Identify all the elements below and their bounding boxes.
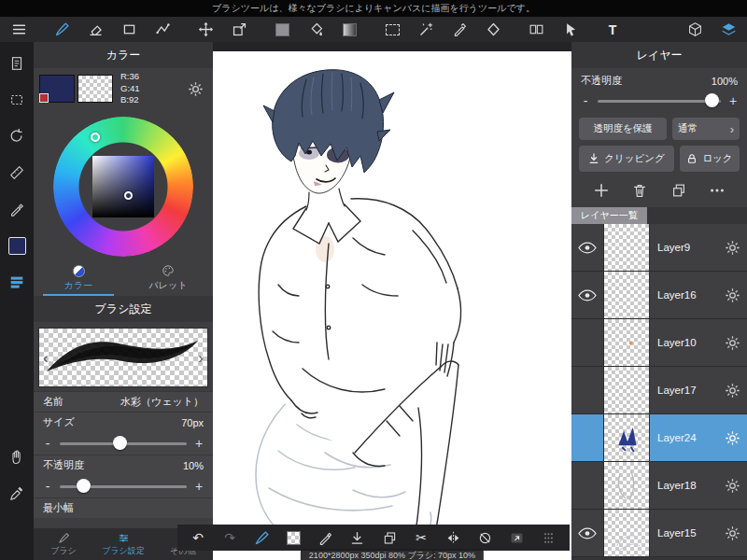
menu-icon[interactable] [7, 19, 30, 40]
layers-panel-icon[interactable] [717, 19, 740, 40]
brush-size-slider[interactable] [60, 442, 187, 445]
delete-layer-icon[interactable] [628, 180, 651, 201]
materials-icon[interactable] [6, 272, 28, 292]
layer-opacity-plus[interactable]: + [728, 94, 738, 107]
layer-gear-icon[interactable] [717, 462, 747, 509]
tab-palette[interactable]: パレット [123, 260, 213, 296]
gradient-tool-icon[interactable] [338, 19, 360, 40]
layer-gear-icon[interactable] [717, 510, 747, 556]
layer-more-icon[interactable] [706, 180, 728, 201]
tab-brush[interactable]: ブラシ [34, 528, 93, 560]
marquee-icon[interactable] [6, 90, 28, 110]
opacity-plus-button[interactable]: + [194, 480, 204, 493]
primary-color-swatch[interactable] [39, 75, 75, 103]
visibility-eye-slot[interactable] [571, 414, 603, 461]
color-settings-gear-icon[interactable] [183, 77, 207, 101]
sv-indicator[interactable] [124, 191, 133, 200]
material-3d-icon[interactable] [684, 19, 706, 40]
layer-row[interactable]: Layer10 [571, 319, 747, 367]
pen-icon[interactable] [315, 526, 337, 549]
page-icon[interactable] [6, 53, 28, 74]
material-panel-icon[interactable] [506, 526, 529, 549]
canvas[interactable] [213, 51, 571, 560]
layer-thumbnail[interactable] [603, 319, 650, 366]
redo-icon[interactable]: ↷ [218, 526, 241, 549]
text-tool-icon[interactable]: T [601, 19, 624, 40]
eraser-tool-icon[interactable] [84, 19, 106, 40]
select-tool-icon[interactable] [381, 19, 403, 40]
flip-icon[interactable] [442, 526, 464, 549]
rotate-reset-icon[interactable] [474, 526, 497, 549]
layer-opacity-knob[interactable] [705, 93, 719, 107]
save-icon[interactable] [346, 526, 369, 549]
layer-thumbnail[interactable] [603, 367, 650, 413]
undo-icon[interactable]: ↶ [187, 526, 209, 549]
min-width-row[interactable]: 最小幅 [34, 497, 213, 518]
clipping-button[interactable]: クリッピング [579, 146, 674, 172]
layer-gear-icon[interactable] [717, 224, 747, 271]
layer-thumbnail[interactable] [603, 272, 650, 318]
layer-gear-icon[interactable] [717, 367, 747, 413]
layer-gear-icon[interactable] [717, 319, 747, 366]
transparent-color-swatch[interactable] [78, 75, 113, 103]
hue-indicator[interactable] [91, 133, 100, 142]
duplicate-layer-icon[interactable] [668, 180, 690, 201]
current-color-swatch[interactable] [6, 235, 28, 256]
select-pen-icon[interactable] [448, 19, 471, 40]
decor-pen-icon[interactable] [6, 199, 28, 219]
layer-thumbnail[interactable] [603, 462, 650, 509]
tab-brush-settings[interactable]: ブラシ設定 [93, 528, 153, 560]
saturation-value-box[interactable] [92, 156, 154, 217]
ruler-icon[interactable] [6, 162, 28, 183]
visibility-eye-icon[interactable] [571, 224, 603, 271]
drag-handle-icon[interactable] [538, 526, 560, 549]
divide-window-icon[interactable] [525, 19, 547, 40]
hand-icon[interactable] [6, 447, 28, 468]
brush-prev-arrow[interactable]: ‹ [43, 350, 49, 366]
add-layer-icon[interactable] [590, 180, 613, 201]
size-minus-button[interactable]: - [43, 437, 52, 450]
scissors-icon[interactable]: ✂ [410, 526, 432, 549]
color-wheel[interactable] [53, 117, 193, 257]
transform-tool-icon[interactable] [228, 19, 250, 40]
layer-row[interactable]: Layer15 [571, 510, 747, 557]
layer-row[interactable]: Layer9 [571, 224, 747, 272]
brush-name-row[interactable]: 名前 水彩（ウェット） [34, 391, 213, 412]
brush-size-knob[interactable] [113, 436, 127, 450]
layer-row[interactable]: Layer18 [571, 462, 747, 510]
brush-color-icon[interactable] [250, 526, 273, 549]
layer-gear-icon[interactable] [717, 414, 747, 461]
visibility-eye-slot[interactable] [571, 462, 603, 509]
foreground-color-swatch[interactable] [271, 19, 293, 40]
blend-mode-button[interactable]: 通常 › [672, 118, 740, 140]
transparent-color-icon[interactable] [283, 526, 305, 549]
layer-row[interactable]: Layer16 [571, 272, 747, 319]
duplicate-icon[interactable] [378, 526, 401, 549]
layer-thumbnail[interactable] [603, 224, 650, 271]
layer-gear-icon[interactable] [717, 272, 747, 318]
layer-thumbnail[interactable] [603, 510, 650, 556]
layer-thumbnail[interactable] [603, 414, 650, 461]
lock-button[interactable]: ロック [680, 146, 740, 172]
eyedropper-icon[interactable] [6, 483, 28, 504]
size-plus-button[interactable]: + [194, 437, 204, 450]
opacity-minus-button[interactable]: - [43, 480, 52, 493]
visibility-eye-slot[interactable] [571, 367, 603, 413]
layer-opacity-slider[interactable] [598, 100, 721, 103]
visibility-eye-icon[interactable] [571, 272, 603, 318]
layer-opacity-minus[interactable]: - [581, 94, 590, 107]
brush-opacity-slider[interactable] [60, 485, 187, 488]
brush-preview[interactable]: ‹ › [38, 328, 208, 387]
visibility-eye-slot[interactable] [571, 319, 603, 366]
tab-color[interactable]: カラー [34, 260, 123, 296]
bucket-tool-icon[interactable] [304, 19, 327, 40]
brush-opacity-knob[interactable] [77, 479, 91, 493]
brush-tool-icon[interactable] [50, 19, 73, 40]
polyline-tool-icon[interactable] [151, 19, 174, 40]
layer-row-selected[interactable]: Layer24 [571, 414, 747, 462]
layer-row[interactable]: Layer17 [571, 367, 747, 414]
brush-next-arrow[interactable]: › [198, 350, 204, 366]
visibility-eye-icon[interactable] [571, 510, 603, 556]
move-tool-icon[interactable] [194, 19, 217, 40]
rotate-canvas-icon[interactable] [6, 126, 28, 147]
